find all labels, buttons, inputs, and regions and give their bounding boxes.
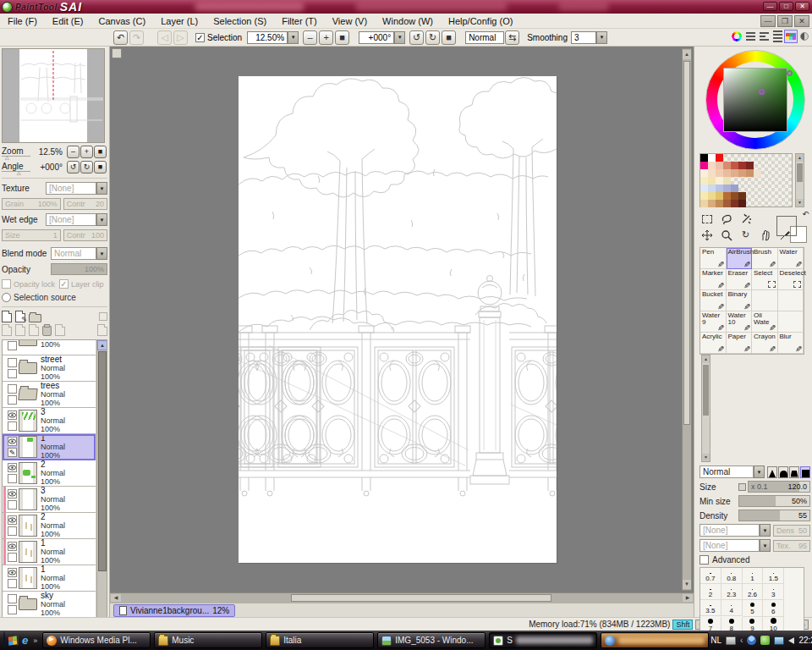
brush-airbrush[interactable]: AirBrush✎ — [727, 248, 753, 269]
layer-row-2[interactable]: 2Normal100% — [3, 460, 96, 487]
canvas-hscrollbar[interactable]: ◀▶ — [110, 592, 694, 603]
angle-reset-button[interactable]: ■ — [442, 30, 456, 45]
size-preset-2[interactable]: 2 — [700, 584, 721, 600]
redo-button[interactable]: ↷ — [129, 30, 144, 45]
brush-pen[interactable]: Pen✎ — [700, 248, 727, 269]
swatch[interactable] — [716, 192, 723, 200]
swatch[interactable] — [723, 185, 731, 192]
swatch[interactable] — [731, 200, 738, 207]
zoom-reset-button[interactable]: ■ — [335, 30, 349, 45]
swatch-empty[interactable] — [738, 154, 746, 162]
canvas-area[interactable]: ▲▼ — [110, 47, 694, 592]
close-button[interactable]: ✕ — [795, 2, 809, 11]
size-preset-3[interactable]: 3 — [763, 584, 784, 600]
swatch-empty[interactable] — [746, 200, 754, 207]
swatch-empty[interactable] — [784, 177, 792, 185]
lasso-tool[interactable] — [719, 212, 733, 226]
restore-button[interactable]: □ — [779, 2, 793, 11]
swatch[interactable] — [746, 162, 754, 169]
layer-mode-toggle[interactable] — [8, 421, 17, 431]
advanced-checkbox[interactable] — [700, 555, 709, 565]
swatch-empty[interactable] — [769, 192, 776, 200]
new-layer-button[interactable] — [2, 311, 12, 322]
brush-size-slider[interactable]: x 0.1 120.0 — [748, 481, 810, 493]
size-preset-6[interactable]: 6 — [763, 600, 784, 617]
brush-shape-square[interactable] — [800, 466, 810, 478]
child-close-button[interactable]: ✕ — [794, 15, 809, 27]
swatch-empty[interactable] — [738, 185, 746, 192]
selection-source-radio[interactable] — [2, 293, 11, 302]
density-slider[interactable]: 55 — [738, 510, 810, 521]
angle-field[interactable]: +000° — [359, 31, 394, 44]
scroll-up-icon[interactable]: ▲ — [97, 340, 107, 350]
size-preset-5[interactable]: 5 — [743, 600, 764, 617]
rotate-tool[interactable]: ↻ — [738, 229, 753, 242]
layer-row[interactable]: Normal100% — [3, 340, 96, 355]
sv-marker[interactable] — [759, 89, 765, 95]
nav-rotate-ccw-button[interactable]: ↺ — [67, 161, 80, 174]
swatch[interactable] — [708, 192, 716, 200]
menu-filter[interactable]: Filter (T) — [274, 14, 325, 29]
new-linework-layer-button[interactable]: ✎ — [15, 311, 25, 322]
swatch-empty[interactable] — [746, 154, 754, 162]
swatch[interactable] — [731, 185, 738, 192]
layer-row-1[interactable]: 1Normal100% — [3, 565, 96, 592]
zoom-out-button[interactable]: – — [303, 30, 317, 45]
rotate-cw-button[interactable]: ↻ — [425, 30, 440, 45]
swatch[interactable] — [716, 169, 723, 177]
layer-row-sky[interactable]: skyNormal100% — [3, 592, 96, 618]
swatch-empty[interactable] — [731, 154, 738, 162]
swatch[interactable] — [731, 169, 738, 177]
scatter-panel-toggle-icon[interactable] — [798, 30, 810, 42]
swatch-empty[interactable] — [746, 192, 754, 200]
swatch[interactable] — [738, 192, 746, 200]
canvas-corner-button[interactable] — [112, 48, 122, 58]
swatch-empty[interactable] — [769, 185, 776, 192]
nav-zoom-reset-button[interactable]: ■ — [94, 146, 107, 158]
size-preset-1[interactable]: 1 — [743, 568, 764, 584]
internet-explorer-icon[interactable]: e — [22, 635, 28, 646]
swatch-empty[interactable] — [746, 177, 754, 185]
swatch-empty[interactable] — [769, 177, 776, 185]
swatch-empty[interactable] — [738, 177, 746, 185]
swatch[interactable] — [731, 192, 738, 200]
layer-mode-toggle[interactable] — [8, 553, 17, 562]
swatch-empty[interactable] — [754, 177, 761, 185]
scrollbar-thumb[interactable] — [98, 351, 107, 571]
layer-row-1[interactable]: ✎1Normal100% — [3, 434, 96, 460]
menu-canvas[interactable]: Canvas (C) — [91, 14, 154, 29]
layer-mode-toggle[interactable] — [8, 500, 17, 510]
swatch-empty[interactable] — [761, 154, 769, 162]
swatch-scrollbar[interactable]: ▲▼ — [795, 153, 804, 207]
size-preset-0.8[interactable]: 0.8 — [721, 568, 743, 584]
swap-colors-icon[interactable]: ↶ — [802, 210, 809, 218]
swatch[interactable] — [723, 169, 731, 177]
paint-mode-field[interactable]: Normal — [465, 31, 504, 44]
new-folder-button[interactable] — [29, 314, 41, 322]
smoothing-dropdown-button[interactable]: ▼ — [596, 31, 607, 44]
brush-deselect[interactable]: Deselect — [778, 269, 804, 290]
swatch[interactable] — [708, 154, 716, 162]
brush-crayon[interactable]: Crayon✎ — [752, 333, 778, 354]
swatch-empty[interactable] — [769, 200, 776, 207]
swatch-empty[interactable] — [754, 192, 761, 200]
swatch[interactable] — [700, 162, 708, 169]
nav-rotate-cw-button[interactable]: ↻ — [80, 161, 93, 174]
texture-dropdown[interactable]: [None]▼ — [46, 182, 107, 195]
layer-mode-toggle[interactable]: ✎ — [8, 448, 17, 457]
brush-shape-trapezoid[interactable] — [789, 466, 799, 478]
brush-blur[interactable]: Blur✎ — [778, 333, 804, 354]
swatch[interactable] — [723, 177, 731, 185]
mask-button[interactable] — [55, 324, 65, 336]
brush-water-10[interactable]: Water 10✎ — [727, 311, 753, 333]
layer-visibility-toggle[interactable] — [8, 410, 17, 420]
swatch-empty[interactable] — [784, 192, 792, 200]
taskbar-button-windows-media-pl-[interactable]: Windows Media Pl... — [42, 632, 151, 648]
swatch[interactable] — [700, 177, 708, 185]
layer-visibility-toggle[interactable] — [8, 542, 17, 551]
opacity-slider[interactable]: 100% — [51, 263, 107, 275]
rect-select-tool[interactable] — [700, 212, 714, 226]
primary-color-chip[interactable] — [776, 216, 797, 236]
swatch-empty[interactable] — [731, 177, 738, 185]
swatch[interactable] — [700, 185, 708, 192]
